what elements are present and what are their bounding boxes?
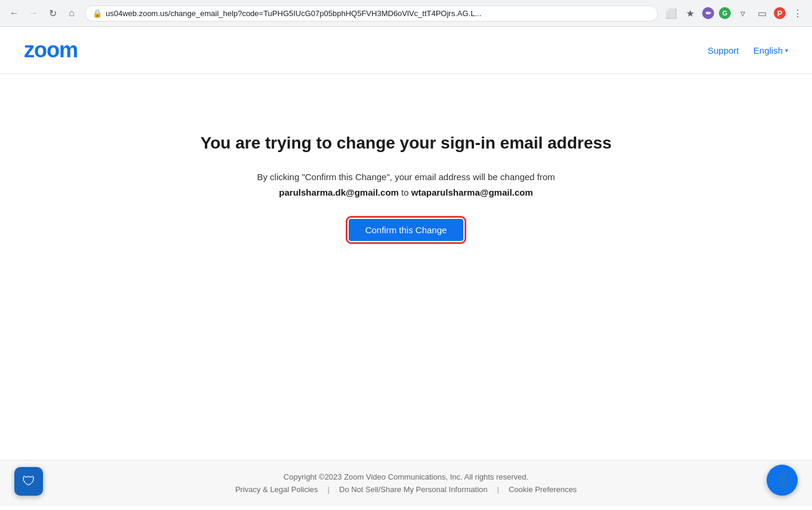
forward-button[interactable]: → — [25, 5, 42, 21]
old-email: parulsharma.dk@gmail.com — [279, 187, 399, 197]
extensions-button[interactable]: ▿ — [734, 5, 751, 21]
shield-icon: 🛡 — [22, 474, 35, 489]
menu-button[interactable]: ⋮ — [789, 5, 806, 21]
footer-divider-2: | — [497, 485, 499, 494]
footer-divider-1: | — [328, 485, 330, 494]
support-link[interactable]: Support — [708, 45, 739, 55]
page-wrapper: zoom Support English ▾ You are trying to… — [0, 27, 812, 506]
share-button[interactable]: ⬜ — [663, 5, 679, 21]
extension-pencil-icon[interactable]: ✏ — [702, 7, 714, 19]
footer-link-cookies[interactable]: Cookie Preferences — [509, 485, 577, 494]
confirm-change-button[interactable]: Confirm this Change — [349, 219, 464, 241]
site-footer: Copyright ©2023 Zoom Video Communication… — [0, 460, 812, 506]
cast-button[interactable]: ▭ — [753, 5, 770, 21]
lock-icon: 🔒 — [93, 9, 102, 18]
url-text: us04web.zoom.us/change_email_help?code=T… — [106, 9, 650, 18]
browser-chrome: ← → ↻ ⌂ 🔒 us04web.zoom.us/change_email_h… — [0, 0, 812, 27]
extension-g-icon[interactable]: G — [719, 7, 731, 19]
profile-avatar[interactable]: P — [774, 7, 786, 19]
header-nav: Support English ▾ — [708, 45, 788, 55]
new-email: wtaparulsharma@gmail.com — [411, 187, 533, 197]
site-header: zoom Support English ▾ — [0, 27, 812, 74]
reload-button[interactable]: ↻ — [44, 5, 61, 21]
browser-actions: ⬜ ★ ✏ G ▿ ▭ P ⋮ — [663, 5, 806, 21]
footer-link-donotsell[interactable]: Do Not Sell/Share My Personal Informatio… — [339, 485, 488, 494]
address-bar[interactable]: 🔒 us04web.zoom.us/change_email_help?code… — [85, 5, 658, 21]
description-text: By clicking "Confirm this Change", your … — [257, 169, 555, 200]
zoom-logo: zoom — [24, 38, 78, 63]
chevron-down-icon: ▾ — [785, 47, 788, 54]
to-label: to — [401, 187, 409, 197]
back-button[interactable]: ← — [6, 5, 23, 21]
main-content: You are trying to change your sign-in em… — [0, 74, 812, 460]
nav-buttons: ← → ↻ ⌂ — [6, 5, 80, 21]
footer-copyright: Copyright ©2023 Zoom Video Communication… — [24, 472, 788, 481]
footer-links: Privacy & Legal Policies | Do Not Sell/S… — [24, 485, 788, 494]
footer-link-privacy[interactable]: Privacy & Legal Policies — [235, 485, 318, 494]
language-label: English — [753, 45, 783, 55]
language-selector[interactable]: English ▾ — [753, 45, 788, 55]
chat-button[interactable]: 👤 — [767, 465, 798, 496]
browser-toolbar: ← → ↻ ⌂ 🔒 us04web.zoom.us/change_email_h… — [0, 0, 812, 26]
bookmark-button[interactable]: ★ — [682, 5, 699, 21]
chat-icon: 👤 — [774, 472, 791, 488]
description-prefix: By clicking "Confirm this Change", your … — [257, 172, 555, 182]
home-button[interactable]: ⌂ — [63, 5, 80, 21]
security-badge[interactable]: 🛡 — [14, 467, 43, 496]
page-title: You are trying to change your sign-in em… — [201, 134, 612, 153]
